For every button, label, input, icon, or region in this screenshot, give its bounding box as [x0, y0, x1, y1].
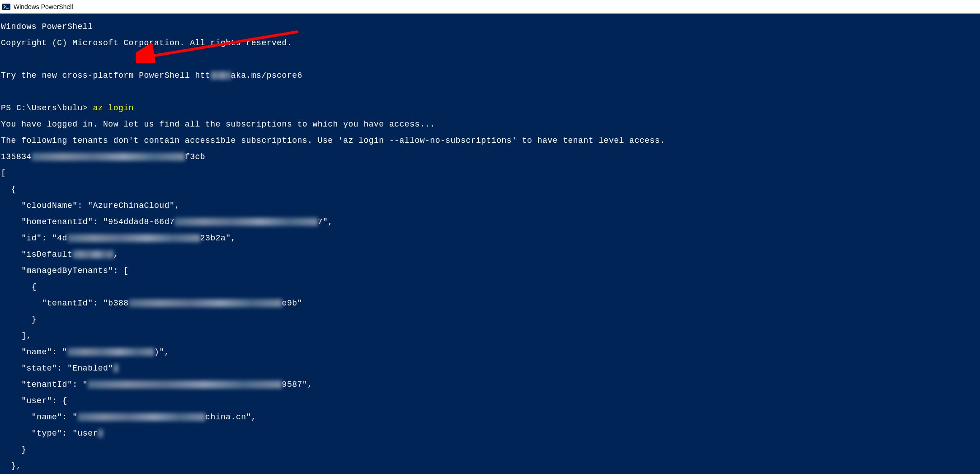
text: 23b2a",: [200, 234, 236, 243]
text: "state": "Enabled": [1, 364, 113, 373]
redacted-text: xxxx: [210, 71, 231, 80]
prompt-line: PS C:\Users\bulu> az login: [1, 104, 980, 112]
redacted-text: x: [98, 429, 103, 437]
terminal-line: [: [1, 169, 980, 177]
terminal-line: You have logged in. Now let us find all …: [1, 120, 980, 128]
redacted-text: xxxxxxxxxxxxxxxxxxxxxxxxxx: [67, 234, 200, 242]
text: aka.ms/pscore6: [231, 71, 302, 80]
text: "homeTenantId": "954ddad8-66d7: [1, 217, 174, 226]
terminal-line: Try the new cross-platform PowerShell ht…: [1, 71, 980, 80]
terminal-line: },: [1, 462, 980, 470]
terminal-line: The following tenants don't contain acce…: [1, 136, 980, 145]
redacted-text: xxxxxxxx: [72, 250, 113, 258]
terminal-line: "managedByTenants": [: [1, 267, 980, 275]
text: "type": "user: [1, 429, 98, 438]
terminal-line: Copyright (C) Microsoft Corporation. All…: [1, 39, 980, 47]
redacted-text: x: [113, 364, 118, 372]
text: "tenantId": "b388: [1, 299, 129, 308]
text: "name": ": [1, 413, 78, 422]
terminal-line: "homeTenantId": "954ddad8-66d7xxxxxxxxxx…: [1, 218, 980, 226]
redacted-text: xxxxxxxxxxxxxxxxxxxxxxxxxxxxxx: [32, 153, 185, 161]
terminal-line: "isDefaultxxxxxxxx,: [1, 250, 980, 258]
text: "name": ": [1, 347, 67, 357]
terminal-line: "name": "xxxxxxxxxxxxxxxxxxxxxxxxxchina.…: [1, 413, 980, 421]
terminal-line: "cloudName": "AzureChinaCloud",: [1, 202, 980, 210]
terminal-line: ],: [1, 332, 980, 340]
terminal-line: "name": "xxxxxxxxxxxxxxxxx)",: [1, 348, 980, 356]
window-titlebar[interactable]: Windows PowerShell: [0, 0, 980, 14]
terminal-line: "id": "4dxxxxxxxxxxxxxxxxxxxxxxxxxx23b2a…: [1, 234, 980, 242]
prompt-prefix: PS C:\Users\bulu>: [1, 103, 93, 113]
terminal-line: 135834xxxxxxxxxxxxxxxxxxxxxxxxxxxxxxf3cb: [1, 153, 980, 161]
terminal-line: }: [1, 315, 980, 324]
text: f3cb: [185, 152, 205, 161]
terminal-line: "state": "Enabled"x: [1, 364, 980, 372]
terminal-line: [1, 88, 980, 96]
svg-rect-0: [2, 4, 10, 10]
terminal-area[interactable]: Windows PowerShell Copyright (C) Microso…: [0, 14, 980, 474]
terminal-line: {: [1, 283, 980, 291]
window-title: Windows PowerShell: [14, 3, 73, 10]
text: 9587",: [282, 380, 313, 389]
terminal-line: Windows PowerShell: [1, 23, 980, 31]
redacted-text: xxxxxxxxxxxxxxxxxxxxxxxxxxxxxxxxxxxxxx: [88, 380, 282, 389]
terminal-line: [1, 55, 980, 63]
terminal-line: "user": {: [1, 397, 980, 405]
text: 7",: [318, 217, 333, 226]
terminal-line: }: [1, 446, 980, 454]
powershell-icon: [2, 2, 11, 11]
redacted-text: xxxxxxxxxxxxxxxxx: [67, 348, 154, 356]
text: )",: [154, 347, 170, 357]
terminal-line: "tenantId": "xxxxxxxxxxxxxxxxxxxxxxxxxxx…: [1, 380, 980, 389]
redacted-text: xxxxxxxxxxxxxxxxxxxxxxxxxxxxxx: [129, 299, 282, 307]
text: Try the new cross-platform PowerShell ht…: [1, 71, 210, 80]
text: ,: [113, 250, 118, 259]
redacted-text: xxxxxxxxxxxxxxxxxxxxxxxxxxxx: [174, 218, 317, 226]
terminal-line: {: [1, 185, 980, 193]
text: china.cn",: [205, 413, 256, 422]
text: "id": "4d: [1, 234, 67, 243]
command-text: az login: [93, 103, 133, 113]
text: "tenantId": ": [1, 380, 88, 389]
text: "isDefault: [1, 250, 72, 259]
text: 135834: [1, 152, 32, 161]
terminal-line: "type": "userx: [1, 429, 980, 437]
redacted-text: xxxxxxxxxxxxxxxxxxxxxxxxx: [78, 413, 206, 421]
text: e9b": [282, 299, 302, 308]
terminal-line: "tenantId": "b388xxxxxxxxxxxxxxxxxxxxxxx…: [1, 299, 980, 307]
